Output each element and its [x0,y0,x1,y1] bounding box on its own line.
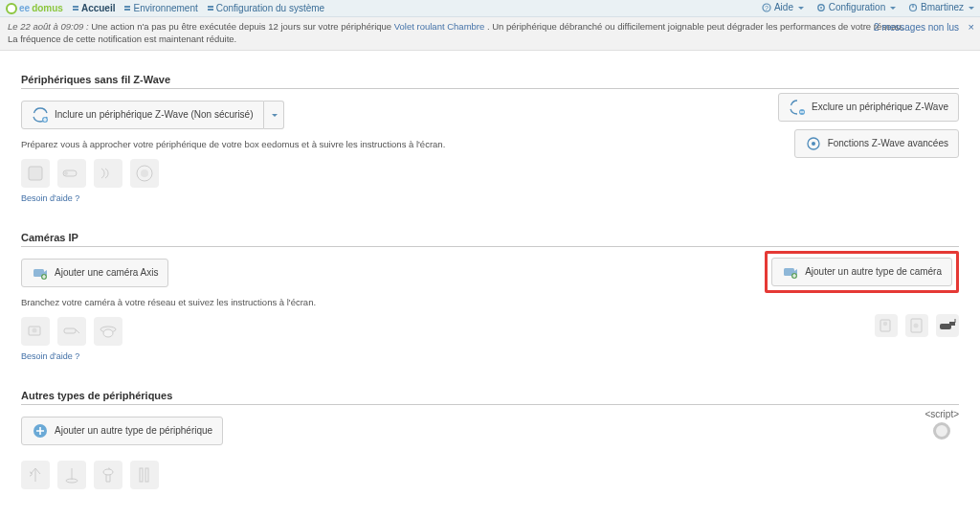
device-thumb [130,461,159,489]
close-icon[interactable]: × [969,20,974,34]
svg-rect-35 [140,468,143,482]
brand-ee: ee [19,3,30,13]
chevron-down-icon [798,7,804,12]
config-menu[interactable]: Configuration [816,2,896,12]
top-nav-bar: eedomus Accueil Environnement Configurat… [0,0,980,17]
help-icon: ? [762,3,771,12]
chevron-down-icon [272,114,278,120]
add-other-camera-button[interactable]: Ajouter un autre type de caméra [771,258,952,286]
notification-line1: Le 22 août à 09:09 : Une action n'a pas … [8,21,972,34]
svg-point-18 [33,327,37,332]
include-zwave-dropdown[interactable] [264,101,284,129]
add-axis-camera-button[interactable]: Ajouter une caméra Axis [21,259,168,287]
section-other-devices: Autres types de périphériques Ajouter un… [21,390,959,489]
camera-thumb [57,317,86,346]
zwave-help-link[interactable]: Besoin d'aide ? [21,193,79,203]
svg-point-25 [883,321,887,325]
section-zwave: Périphériques sans fil Z-Wave Inclure un… [21,74,959,203]
power-icon [908,3,918,12]
svg-point-9 [64,171,68,175]
cameras-help-link[interactable]: Besoin d'aide ? [21,351,79,361]
device-thumb [21,159,50,188]
highlighted-button-box: Ajouter un autre type de caméra [765,251,959,293]
other-thumbs [21,461,959,489]
nav-environment[interactable]: Environnement [124,3,197,13]
svg-text:?: ? [765,5,768,11]
main-content: Périphériques sans fil Z-Wave Inclure un… [0,51,980,519]
notification-date: Le 22 août à 09:09 : [8,21,89,32]
section-title-zwave: Périphériques sans fil Z-Wave [21,74,959,89]
camera-plus-icon [782,263,799,281]
unread-messages-link[interactable]: 2 messages non lus [874,21,959,34]
svg-point-27 [914,323,919,327]
device-thumb [57,159,86,188]
other-camera-thumbs [875,314,959,337]
svg-rect-19 [64,328,76,333]
add-other-device-button[interactable]: Ajouter un autre type de périphérique [21,417,223,445]
device-thumb [94,159,122,188]
grid-icon [73,6,78,11]
svg-point-34 [103,469,113,475]
brand-domus: domus [32,3,63,13]
section-title-cameras: Caméras IP [21,232,959,247]
camera-thumb [21,317,50,346]
brand-logo: eedomus [6,3,63,14]
include-zwave-split-button: Inclure un périphérique Z-Wave (Non sécu… [21,101,284,129]
svg-rect-7 [29,167,42,180]
section-title-other: Autres types de périphériques [21,390,959,405]
script-ring-icon [933,422,950,440]
device-link[interactable]: Volet roulant Chambre [394,21,485,32]
exclude-zwave-button[interactable]: Exclure un périphérique Z-Wave [778,93,959,122]
script-badge: <script> [924,409,959,440]
device-thumb [21,461,50,489]
help-menu[interactable]: ? Aide [762,2,804,12]
svg-point-3 [820,7,822,9]
script-label: <script> [924,409,959,419]
zwave-advanced-icon [805,135,822,152]
camera-icon [32,264,49,282]
user-menu[interactable]: Bmartinez [908,2,974,12]
chevron-down-icon [890,7,896,12]
svg-point-11 [141,169,148,177]
camera-thumb [875,314,898,337]
section-cameras: Caméras IP Ajouter une caméra Axis Branc… [21,232,959,361]
include-zwave-button[interactable]: Inclure un périphérique Z-Wave (Non sécu… [21,101,264,129]
zwave-exclude-icon [789,99,806,116]
device-thumb [94,461,122,489]
device-thumb [130,159,159,188]
logo-icon [6,3,17,14]
camera-thumb [936,314,959,337]
zwave-advanced-button[interactable]: Fonctions Z-Wave avancées [794,129,959,158]
device-thumb [57,461,86,489]
plus-circle-icon [32,422,49,440]
zwave-include-icon [32,106,49,124]
svg-rect-36 [145,468,148,482]
top-right-menu: ? Aide Configuration Bmartinez [752,2,974,14]
nav-home[interactable]: Accueil [73,3,116,13]
grid-icon [208,6,213,11]
zwave-thumbs [21,159,959,188]
gear-icon [816,3,826,12]
grid-icon [124,6,130,11]
notification-banner: Le 22 août à 09:09 : Une action n'a pas … [0,17,980,51]
svg-rect-29 [949,322,955,326]
svg-point-21 [103,329,113,337]
notification-line2: La fréquence de cette notification est m… [8,34,972,46]
nav-system-config[interactable]: Configuration du système [208,3,324,13]
camera-thumb [905,314,928,337]
camera-thumb [94,317,122,346]
svg-point-14 [812,142,815,146]
chevron-down-icon [969,7,974,12]
